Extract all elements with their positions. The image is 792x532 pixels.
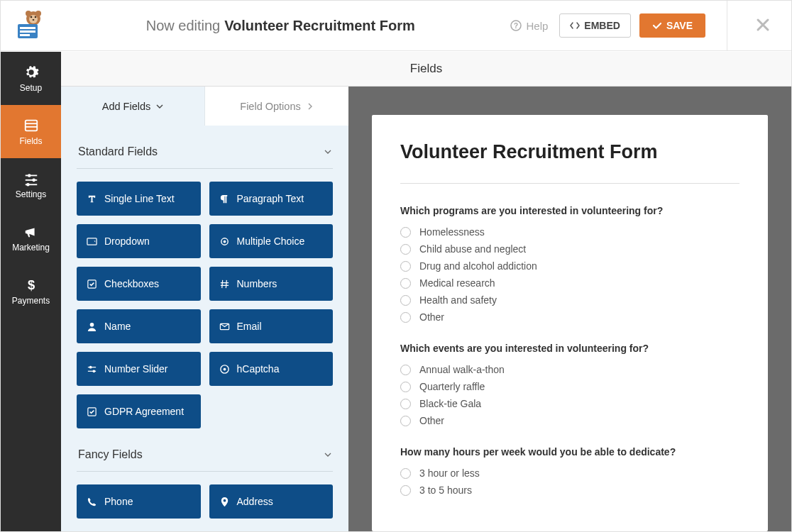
form-option[interactable]: Other xyxy=(400,311,739,323)
nav-setup[interactable]: Setup xyxy=(1,52,61,105)
save-button[interactable]: SAVE xyxy=(639,13,705,38)
radio-icon xyxy=(400,485,411,496)
tab-field-options[interactable]: Field Options xyxy=(204,87,348,126)
svg-text:?: ? xyxy=(514,22,518,30)
field-label: Paragraph Text xyxy=(237,193,304,204)
field-label: Number Slider xyxy=(104,363,167,375)
fancy-field-phone[interactable]: Phone xyxy=(77,484,201,519)
form-option[interactable]: Medical research xyxy=(400,277,739,289)
form-option[interactable]: 3 to 5 hours xyxy=(400,484,739,496)
text-icon xyxy=(87,194,97,204)
topbar: Now editing Volunteer Recruitment Form ?… xyxy=(1,1,791,51)
standard-field-name[interactable]: Name xyxy=(77,309,201,343)
svg-point-5 xyxy=(35,16,37,18)
option-label: Medical research xyxy=(419,277,495,289)
standard-field-numbers[interactable]: Numbers xyxy=(209,267,334,301)
checkbox-icon xyxy=(87,279,97,289)
svg-point-32 xyxy=(92,370,95,372)
option-label: Black-tie Gala xyxy=(419,398,481,409)
standard-field-number-slider[interactable]: Number Slider xyxy=(77,352,201,386)
phone-icon xyxy=(87,497,97,507)
checkbox-icon xyxy=(87,406,97,417)
tab-add-fields-label: Add Fields xyxy=(102,101,151,112)
nav-marketing[interactable]: Marketing xyxy=(1,211,61,265)
captcha-icon xyxy=(219,364,230,375)
tab-field-options-label: Field Options xyxy=(240,101,300,112)
svg-point-6 xyxy=(33,19,35,21)
standard-field-paragraph-text[interactable]: Paragraph Text xyxy=(209,182,334,216)
help-icon: ? xyxy=(510,20,522,31)
form-option[interactable]: Health and safety xyxy=(400,294,739,306)
mail-icon xyxy=(219,321,230,332)
svg-point-17 xyxy=(27,174,31,177)
save-label: SAVE xyxy=(666,20,693,31)
editing-label: Now editing xyxy=(146,18,221,34)
field-label: Name xyxy=(104,321,131,332)
divider xyxy=(400,183,739,184)
form-question: Which events are you interested in volun… xyxy=(400,343,739,354)
list-icon xyxy=(23,118,39,133)
embed-button[interactable]: EMBED xyxy=(559,13,631,38)
help-link[interactable]: ? Help xyxy=(510,20,548,32)
form-option[interactable]: Child abuse and neglect xyxy=(400,243,739,255)
option-label: 3 hour or less xyxy=(419,467,480,479)
option-label: Quarterly raffle xyxy=(419,381,485,392)
nav-setup-label: Setup xyxy=(20,83,42,93)
form-preview: Volunteer Recruitment Form Which program… xyxy=(372,115,768,531)
nav-marketing-label: Marketing xyxy=(12,243,50,253)
svg-point-19 xyxy=(32,178,35,182)
standard-field-email[interactable]: Email xyxy=(209,309,334,343)
preview-panel[interactable]: Volunteer Recruitment Form Which program… xyxy=(348,87,791,531)
hash-icon xyxy=(219,279,230,289)
svg-rect-10 xyxy=(20,34,30,36)
svg-point-30 xyxy=(89,365,92,368)
form-option[interactable]: 3 hour or less xyxy=(400,467,739,479)
fancy-field-address[interactable]: Address xyxy=(209,484,334,519)
dollar-icon: $ xyxy=(23,277,39,293)
standard-field-checkboxes[interactable]: Checkboxes xyxy=(77,267,201,301)
nav-payments[interactable]: $ Payments xyxy=(1,265,61,318)
nav-settings[interactable]: Settings xyxy=(1,158,61,211)
field-label: GDPR Agreement xyxy=(104,406,184,417)
standard-field-hcaptcha[interactable]: hCaptcha xyxy=(209,352,334,386)
form-option[interactable]: Homelessness xyxy=(400,226,739,238)
svg-point-21 xyxy=(26,182,30,186)
user-icon xyxy=(87,321,97,332)
fields-body[interactable]: Standard Fields Single Line TextParagrap… xyxy=(61,126,348,531)
svg-rect-9 xyxy=(20,31,35,33)
fields-panel: Add Fields Field Options Standard Fields… xyxy=(61,87,348,531)
section-fancy-label: Fancy Fields xyxy=(78,448,143,461)
close-icon[interactable] xyxy=(756,15,770,37)
section-fancy-fields[interactable]: Fancy Fields xyxy=(77,428,333,472)
option-label: Other xyxy=(419,415,444,426)
option-label: 3 to 5 hours xyxy=(419,484,472,496)
embed-label: EMBED xyxy=(584,20,620,31)
standard-field-multiple-choice[interactable]: Multiple Choice xyxy=(209,224,334,258)
multiple-icon xyxy=(219,236,230,247)
nav-fields[interactable]: Fields xyxy=(1,105,61,158)
left-nav: Setup Fields Settings Marketing $ Paymen… xyxy=(1,52,61,531)
standard-field-dropdown[interactable]: Dropdown xyxy=(77,224,201,258)
form-option[interactable]: Drug and alcohol addiction xyxy=(400,260,739,272)
standard-field-single-line-text[interactable]: Single Line Text xyxy=(77,182,201,216)
section-standard-label: Standard Fields xyxy=(78,145,158,158)
option-label: Annual walk-a-thon xyxy=(419,364,505,375)
help-label: Help xyxy=(526,20,548,32)
radio-icon xyxy=(400,468,411,479)
tab-add-fields[interactable]: Add Fields xyxy=(61,87,204,126)
form-option[interactable]: Other xyxy=(400,415,739,426)
section-standard-fields[interactable]: Standard Fields xyxy=(77,126,333,169)
code-icon xyxy=(570,21,580,31)
field-label: Single Line Text xyxy=(104,193,175,204)
form-option[interactable]: Black-tie Gala xyxy=(400,398,739,409)
standard-field-gdpr-agreement[interactable]: GDPR Agreement xyxy=(77,394,201,428)
field-label: Address xyxy=(237,496,273,507)
option-label: Other xyxy=(419,311,444,323)
field-label: Email xyxy=(237,321,262,332)
svg-point-27 xyxy=(90,322,94,326)
radio-icon xyxy=(400,365,411,375)
form-option[interactable]: Quarterly raffle xyxy=(400,381,739,392)
form-option[interactable]: Annual walk-a-thon xyxy=(400,364,739,375)
field-label: Multiple Choice xyxy=(237,235,305,247)
editing-title: Now editing Volunteer Recruitment Form xyxy=(50,18,510,34)
